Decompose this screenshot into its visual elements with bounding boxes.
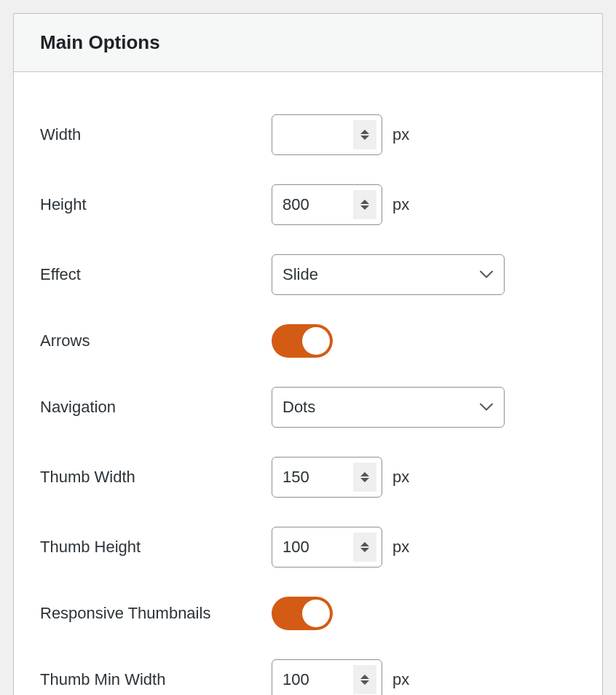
panel-title: Main Options — [40, 31, 576, 54]
row-arrows: Arrows — [40, 324, 576, 358]
row-navigation: Navigation — [40, 387, 576, 428]
control-arrows — [272, 324, 333, 358]
height-stepper[interactable] — [353, 190, 376, 219]
label-height: Height — [40, 195, 272, 216]
height-unit: px — [392, 195, 409, 214]
row-thumb-height: Thumb Height px — [40, 527, 576, 568]
row-responsive-thumbnails: Responsive Thumbnails — [40, 597, 576, 630]
chevron-up-icon — [360, 675, 369, 679]
thumb-width-stepper[interactable] — [353, 463, 376, 492]
toggle-knob — [302, 600, 330, 627]
row-width: Width px — [40, 114, 576, 155]
width-stepper[interactable] — [353, 120, 376, 149]
control-effect — [272, 254, 505, 295]
navigation-select[interactable] — [272, 387, 505, 428]
responsive-thumbnails-toggle[interactable] — [272, 597, 333, 630]
label-arrows: Arrows — [40, 331, 272, 352]
thumb-min-width-stepper[interactable] — [353, 665, 376, 694]
control-width: px — [272, 114, 409, 155]
label-responsive-thumbnails: Responsive Thumbnails — [40, 603, 272, 624]
main-options-panel: Main Options Width px Height — [13, 13, 603, 695]
toggle-knob — [302, 327, 330, 355]
thumb-width-input-wrap — [272, 457, 382, 498]
width-input-wrap — [272, 114, 382, 155]
panel-header: Main Options — [14, 14, 602, 72]
navigation-select-wrap — [272, 387, 505, 428]
label-thumb-min-width: Thumb Min Width — [40, 670, 272, 691]
thumb-min-width-unit: px — [392, 670, 409, 689]
panel-body: Width px Height — [14, 72, 602, 695]
chevron-up-icon — [360, 130, 369, 134]
chevron-down-icon — [360, 205, 369, 210]
thumb-height-input-wrap — [272, 527, 382, 568]
label-thumb-width: Thumb Width — [40, 467, 272, 488]
control-responsive-thumbnails — [272, 597, 333, 630]
row-effect: Effect — [40, 254, 576, 295]
row-thumb-width: Thumb Width px — [40, 457, 576, 498]
thumb-min-width-input-wrap — [272, 659, 382, 695]
chevron-down-icon — [360, 680, 369, 685]
control-thumb-height: px — [272, 527, 409, 568]
control-thumb-min-width: px — [272, 659, 409, 695]
effect-select[interactable] — [272, 254, 505, 295]
height-input-wrap — [272, 184, 382, 225]
label-navigation: Navigation — [40, 397, 272, 418]
chevron-up-icon — [360, 542, 369, 546]
label-effect: Effect — [40, 264, 272, 286]
row-thumb-min-width: Thumb Min Width px — [40, 659, 576, 695]
chevron-up-icon — [360, 472, 369, 476]
control-height: px — [272, 184, 409, 225]
control-thumb-width: px — [272, 457, 409, 498]
label-width: Width — [40, 125, 272, 146]
chevron-down-icon — [360, 478, 369, 482]
row-height: Height px — [40, 184, 576, 225]
thumb-height-stepper[interactable] — [353, 533, 376, 562]
thumb-width-unit: px — [392, 468, 409, 487]
thumb-height-unit: px — [392, 538, 409, 557]
effect-select-wrap — [272, 254, 505, 295]
label-thumb-height: Thumb Height — [40, 537, 272, 558]
chevron-down-icon — [360, 136, 369, 140]
chevron-down-icon — [360, 548, 369, 552]
chevron-up-icon — [360, 200, 369, 204]
width-unit: px — [392, 125, 409, 144]
control-navigation — [272, 387, 505, 428]
arrows-toggle[interactable] — [272, 324, 333, 358]
